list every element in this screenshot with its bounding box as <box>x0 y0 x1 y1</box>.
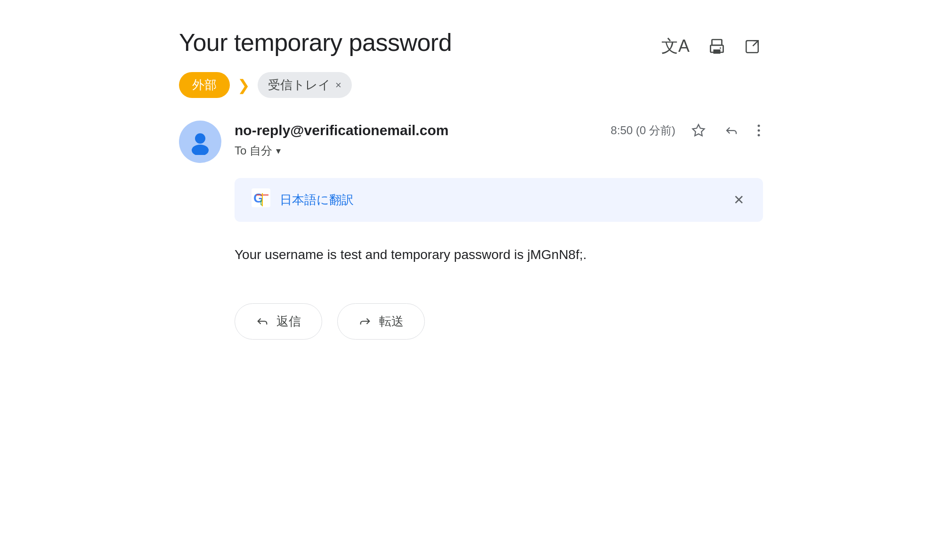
popout-button[interactable] <box>741 36 763 57</box>
translate-close-button[interactable]: ✕ <box>731 190 746 210</box>
inbox-tag-close[interactable]: × <box>335 79 341 91</box>
email-subject: Your temporary password <box>179 28 452 57</box>
inbox-tag-label: 受信トレイ <box>268 77 331 93</box>
svg-marker-8 <box>693 125 705 136</box>
svg-point-10 <box>758 130 760 132</box>
header-actions: 文A <box>658 28 763 61</box>
print-icon <box>708 38 725 55</box>
forward-button[interactable]: 転送 <box>337 303 425 340</box>
sender-to: To 自分 ▾ <box>235 143 763 158</box>
reply-button[interactable]: 返信 <box>235 303 322 340</box>
svg-point-11 <box>758 134 760 137</box>
sender-email: no-reply@verificationemail.com <box>235 122 448 138</box>
external-tag: 外部 <box>179 72 230 98</box>
inbox-tag: 受信トレイ × <box>258 72 352 98</box>
google-translate-icon: G t <box>252 188 270 211</box>
sender-time: 8:50 (0 分前) <box>611 123 675 138</box>
popout-icon <box>744 39 760 55</box>
sender-to-label: To 自分 <box>235 143 272 158</box>
svg-point-7 <box>192 145 209 155</box>
email-header: Your temporary password 文A <box>179 28 763 61</box>
reply-quick-button[interactable] <box>722 121 741 140</box>
translate-bar: G t 日本語に翻訳 ✕ <box>235 178 763 222</box>
svg-rect-2 <box>714 49 721 54</box>
forward-button-label: 転送 <box>379 313 404 330</box>
translate-logo-icon: G t <box>252 188 270 207</box>
svg-point-9 <box>758 125 760 127</box>
svg-rect-0 <box>712 40 722 45</box>
reply-icon <box>256 315 269 328</box>
translate-header-icon: 文A <box>661 35 690 58</box>
tags-row: 外部 ❯ 受信トレイ × <box>179 72 763 98</box>
more-options-button[interactable] <box>755 121 763 140</box>
svg-point-3 <box>720 47 721 49</box>
reply-quick-icon <box>724 123 739 138</box>
avatar <box>179 121 221 163</box>
avatar-icon <box>187 129 213 155</box>
svg-point-6 <box>195 133 205 144</box>
email-body-text: Your username is test and temporary pass… <box>235 244 763 266</box>
star-button[interactable] <box>689 121 708 140</box>
reply-button-label: 返信 <box>276 313 301 330</box>
sender-top: no-reply@verificationemail.com 8:50 (0 分… <box>235 121 763 140</box>
translate-close-icon: ✕ <box>733 193 744 207</box>
translate-text[interactable]: 日本語に翻訳 <box>280 192 722 208</box>
more-options-icon <box>757 123 760 138</box>
email-body: Your username is test and temporary pass… <box>235 244 763 266</box>
forward-icon <box>358 315 372 328</box>
star-icon <box>691 123 706 138</box>
email-container: Your temporary password 文A <box>141 0 801 368</box>
sender-info: no-reply@verificationemail.com 8:50 (0 分… <box>235 121 763 158</box>
to-dropdown-chevron[interactable]: ▾ <box>276 145 281 156</box>
svg-line-5 <box>753 41 758 46</box>
translate-header-button[interactable]: 文A <box>658 32 692 61</box>
sender-row: no-reply@verificationemail.com 8:50 (0 分… <box>179 121 763 163</box>
print-button[interactable] <box>706 35 728 58</box>
sender-meta: 8:50 (0 分前) <box>611 121 763 140</box>
action-buttons: 返信 転送 <box>235 303 763 340</box>
tag-arrow: ❯ <box>237 76 250 94</box>
